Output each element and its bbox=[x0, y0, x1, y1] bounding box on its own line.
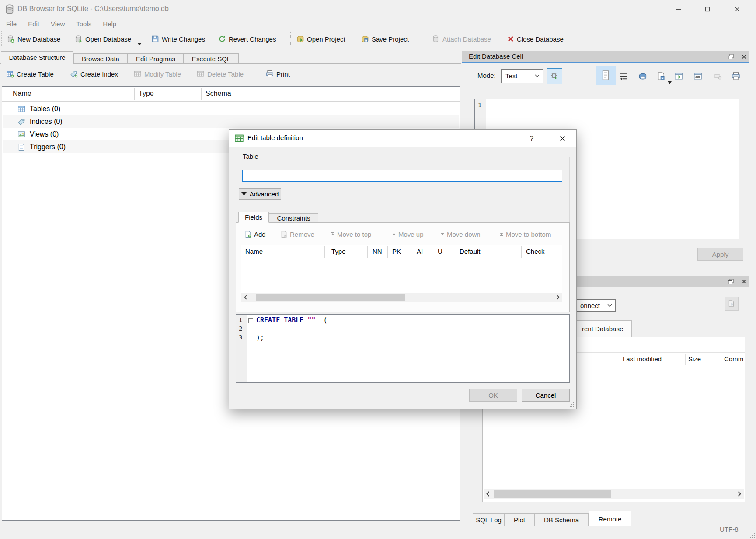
ok-button[interactable]: OK bbox=[469, 389, 517, 402]
dock-float-icon[interactable] bbox=[726, 52, 735, 61]
auto-apply-settings-button[interactable] bbox=[547, 68, 562, 84]
grid-column-check[interactable]: Check bbox=[526, 248, 545, 255]
open-database-button[interactable]: Open Database bbox=[74, 32, 142, 46]
column-divider[interactable] bbox=[367, 246, 368, 258]
column-divider[interactable] bbox=[134, 88, 135, 100]
grid-column-type[interactable]: Type bbox=[331, 248, 346, 255]
minimize-button[interactable] bbox=[670, 4, 687, 15]
grid-horizontal-scrollbar[interactable] bbox=[241, 293, 562, 302]
remote-horizontal-scrollbar[interactable] bbox=[484, 489, 744, 499]
column-comment[interactable]: Comm bbox=[724, 355, 743, 363]
mode-select[interactable]: Text bbox=[501, 69, 543, 83]
export-data-button[interactable] bbox=[655, 70, 668, 82]
link-cell-button[interactable] bbox=[691, 70, 704, 82]
scrollbar-thumb[interactable] bbox=[494, 490, 611, 498]
window-resize-grip[interactable] bbox=[750, 533, 755, 538]
tab-browse-data[interactable]: Browse Data bbox=[73, 53, 128, 64]
menu-tools[interactable]: Tools bbox=[73, 20, 94, 28]
word-wrap-button[interactable] bbox=[617, 70, 630, 82]
scroll-left-icon[interactable] bbox=[241, 293, 249, 301]
create-table-button[interactable]: Create Table bbox=[6, 66, 54, 81]
move-to-bottom-button[interactable]: Move to bottom bbox=[499, 229, 551, 239]
menu-view[interactable]: View bbox=[48, 20, 67, 28]
grid-column-nn[interactable]: NN bbox=[373, 248, 382, 255]
close-database-button[interactable]: Close Database bbox=[507, 32, 564, 46]
clone-database-button[interactable] bbox=[725, 297, 739, 311]
dock-close-icon[interactable] bbox=[739, 52, 749, 61]
revert-changes-button[interactable]: Revert Changes bbox=[218, 32, 276, 46]
tree-column-name[interactable]: Name bbox=[13, 90, 31, 98]
column-divider[interactable] bbox=[721, 354, 721, 365]
write-changes-button[interactable]: Write Changes bbox=[151, 32, 205, 46]
scroll-left-icon[interactable] bbox=[484, 490, 492, 498]
menu-edit[interactable]: Edit bbox=[25, 20, 42, 28]
create-index-button[interactable]: Create Index bbox=[70, 66, 118, 81]
menu-file[interactable]: File bbox=[3, 20, 19, 28]
column-last-modified[interactable]: Last modified bbox=[623, 355, 662, 363]
modify-table-button[interactable]: Modify Table bbox=[134, 66, 181, 81]
delete-table-button[interactable]: Delete Table bbox=[197, 66, 244, 81]
dock-close-icon[interactable] bbox=[739, 277, 749, 286]
scroll-right-icon[interactable] bbox=[554, 293, 562, 301]
dock-float-icon[interactable] bbox=[726, 277, 735, 286]
maximize-button[interactable] bbox=[699, 4, 716, 15]
column-divider[interactable] bbox=[324, 246, 325, 258]
table-name-input[interactable] bbox=[242, 170, 562, 182]
tree-row-indices[interactable]: Indices (0) bbox=[3, 115, 459, 128]
fold-marker-icon[interactable] bbox=[248, 318, 253, 323]
grid-column-default[interactable]: Default bbox=[460, 248, 481, 255]
toolbar-drag-handle[interactable] bbox=[1, 32, 2, 46]
open-in-external-button[interactable] bbox=[672, 70, 685, 82]
tree-row-tables[interactable]: Tables (0) bbox=[3, 102, 459, 115]
tab-edit-pragmas[interactable]: Edit Pragmas bbox=[128, 53, 184, 64]
grid-column-pk[interactable]: PK bbox=[392, 248, 401, 255]
column-divider[interactable] bbox=[620, 354, 620, 365]
column-divider[interactable] bbox=[201, 88, 202, 100]
column-divider[interactable] bbox=[431, 246, 431, 258]
add-field-button[interactable]: Add bbox=[244, 229, 266, 239]
column-divider[interactable] bbox=[387, 246, 388, 258]
scrollbar-thumb[interactable] bbox=[256, 294, 405, 301]
move-down-button[interactable]: Move down bbox=[440, 229, 481, 239]
remove-field-button[interactable]: Remove bbox=[280, 229, 314, 239]
open-database-dropdown-icon[interactable] bbox=[137, 43, 142, 46]
column-divider[interactable] bbox=[411, 246, 411, 258]
text-mode-button[interactable] bbox=[596, 66, 616, 85]
tab-current-database[interactable]: rent Database bbox=[568, 320, 632, 337]
tree-column-type[interactable]: Type bbox=[139, 90, 154, 98]
grid-column-u[interactable]: U bbox=[438, 248, 442, 255]
tab-execute-sql[interactable]: Execute SQL bbox=[184, 53, 239, 64]
import-data-button[interactable] bbox=[636, 70, 649, 82]
move-to-top-button[interactable]: Move to top bbox=[331, 229, 371, 239]
tab-remote[interactable]: Remote bbox=[589, 511, 631, 526]
tree-header[interactable]: Name Type Schema bbox=[2, 87, 460, 102]
dialog-help-button[interactable]: ? bbox=[526, 133, 538, 144]
tab-database-structure[interactable]: Database Structure bbox=[1, 51, 73, 64]
tab-plot[interactable]: Plot bbox=[505, 513, 534, 526]
close-icon[interactable] bbox=[728, 4, 746, 15]
move-up-button[interactable]: Move up bbox=[392, 229, 424, 239]
advanced-button[interactable]: Advanced bbox=[239, 188, 281, 200]
dialog-close-icon[interactable] bbox=[556, 133, 568, 144]
menu-help[interactable]: Help bbox=[100, 20, 119, 28]
tab-db-schema[interactable]: DB Schema bbox=[534, 513, 589, 526]
set-null-button[interactable] bbox=[711, 70, 725, 82]
grid-column-name[interactable]: Name bbox=[245, 248, 263, 255]
print-cell-button[interactable] bbox=[729, 70, 742, 82]
print-button[interactable]: Print bbox=[266, 66, 290, 81]
column-divider[interactable] bbox=[521, 246, 522, 258]
dialog-resize-grip[interactable] bbox=[569, 402, 575, 407]
tab-constraints[interactable]: Constraints bbox=[269, 213, 318, 223]
fields-grid[interactable]: Name Type NN PK AI U Default Check bbox=[241, 245, 562, 302]
export-dropdown-icon[interactable] bbox=[668, 81, 672, 84]
apply-button[interactable]: Apply bbox=[697, 248, 743, 261]
open-project-button[interactable]: Open Project bbox=[296, 32, 345, 46]
column-divider[interactable] bbox=[453, 246, 453, 258]
tree-column-schema[interactable]: Schema bbox=[206, 90, 231, 98]
scroll-right-icon[interactable] bbox=[735, 490, 744, 498]
cancel-button[interactable]: Cancel bbox=[522, 389, 570, 402]
grid-column-ai[interactable]: AI bbox=[417, 248, 423, 255]
new-database-button[interactable]: New Database bbox=[7, 32, 60, 46]
attach-database-button[interactable]: Attach Database bbox=[432, 32, 491, 46]
tab-fields[interactable]: Fields bbox=[238, 212, 269, 223]
